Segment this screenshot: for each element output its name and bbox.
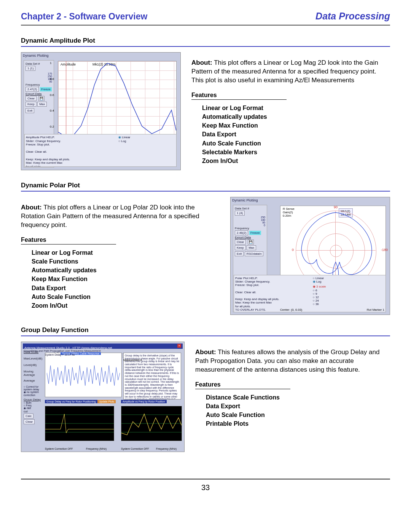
fig3-footer-l: System Correction OFF	[45, 447, 73, 450]
features-heading-1: Features	[191, 92, 287, 100]
fig3-radio1[interactable]: Correct for system delay	[24, 385, 39, 391]
features-heading-3: Features	[195, 381, 290, 389]
fig1-help-area: Amplitude Plot HELP. Slider: Change freq…	[24, 134, 177, 167]
fig2-scale-36[interactable]: 36	[315, 302, 319, 306]
fig2-center-val: (0, 0.03)	[291, 308, 302, 312]
fig3-left-panel: Data Scale MaxLevel(dB) Level(dB) Moving…	[24, 350, 43, 449]
fig2-scale-9[interactable]: 9	[315, 292, 317, 296]
figure-group-delay: Antenna Measurement Studio 3.0 - HTTP://…	[21, 342, 185, 452]
fig2-radio-log[interactable]: Log	[316, 280, 321, 283]
fig1-radio-linear[interactable]: Linear	[122, 136, 130, 139]
ytick: 0.8	[50, 77, 54, 81]
feature-item: Data Export	[32, 284, 220, 292]
fig1-freq-value[interactable]: 2.47(2)	[25, 87, 39, 92]
fig2-scale-6[interactable]: 6	[315, 289, 317, 292]
fig1-clear-button[interactable]: Clear	[25, 96, 37, 101]
feature-item: Linear or Log Format	[32, 248, 220, 257]
amplitude-about: About: This plot offers a Linear or Log …	[191, 59, 390, 85]
fig3-footer-r: System Correction OFF	[121, 447, 149, 450]
fig1-plot-area: Amplitude Mk1(2) 25.93m 1 0.8 0.6 0.4 0.…	[58, 61, 177, 145]
fig3-titlebar: Antenna Measurement Studio 3.0 - HTTP://…	[23, 343, 183, 349]
fig3-movavg: Moving Average	[24, 370, 43, 377]
fig2-scale-12[interactable]: 12	[315, 296, 319, 299]
fig3-plot-c	[121, 406, 182, 441]
subheading-amplitude: Dynamic Amplitude Plot	[21, 37, 390, 47]
fig1-dataset-value[interactable]: 1 (1)	[25, 66, 35, 71]
fig1-window-title: Dynamic Plotting	[23, 54, 49, 58]
fig2-gainval: 0.20m	[283, 214, 295, 217]
fig1-help-text: Amplitude Plot HELP. Slider: Change freq…	[26, 136, 112, 167]
fig1-radio-log[interactable]: Log	[121, 139, 126, 143]
features-list-2: Linear or Log Format Scale Functions Aut…	[21, 248, 220, 310]
fig3-radio-freq[interactable]: Freq	[26, 404, 31, 407]
close-icon[interactable]: ×	[177, 344, 181, 348]
fig2-help-area: Polar Plot HELP. Slider: Change frequenc…	[234, 275, 386, 312]
feature-item: Data Export	[202, 130, 390, 139]
about-text: This plot offers a Linear or Log Polar 2…	[21, 204, 199, 228]
fig1-freq-label: Frequency	[25, 83, 52, 86]
feature-item: Selectable Markers	[202, 148, 390, 157]
fig3-update-button[interactable]: Update Plots	[97, 400, 116, 403]
ytick: 1	[50, 61, 54, 65]
fig2-tick: 180	[235, 219, 265, 221]
fig3-plotc-title: Amplitude vs Freq by Rotor Position	[121, 400, 167, 403]
feature-item: Scale Functions	[32, 257, 220, 266]
angle-0: 0	[292, 248, 294, 252]
section-title: Data Processing	[315, 11, 390, 22]
fig2-save-icon[interactable]: 💾	[248, 240, 254, 244]
fig2-dataset-label: Data Set #	[235, 207, 265, 210]
feature-item: Data Export	[206, 402, 390, 411]
fig2-freeze-button[interactable]: Freeze	[249, 231, 261, 235]
feature-item: Auto Scale Function	[206, 411, 390, 419]
fig3-cut: cut	[24, 410, 43, 413]
feature-item: Keep Max Function	[32, 275, 220, 283]
fig2-tick: 250	[235, 216, 265, 219]
fig2-window-title: Dynamic Plotting	[232, 198, 258, 202]
fig3-footer-c2: Frequency (MHz)	[156, 447, 177, 450]
about-label: About:	[195, 348, 216, 356]
feature-item: Keep Max Function	[202, 121, 390, 130]
angle-90: 90	[334, 205, 338, 209]
fig2-max-button[interactable]: Max	[247, 245, 256, 250]
feature-item: Zoom In/Out	[202, 157, 390, 165]
fig1-max-button[interactable]: Max	[37, 102, 47, 107]
fig3-radio2[interactable]: no system correction	[24, 391, 39, 396]
fig1-tick: 250	[25, 75, 52, 78]
fig3-radio-both[interactable]: Both	[26, 401, 31, 404]
feature-item: Auto Scale Function	[202, 139, 390, 148]
feature-item: Automatically updates	[202, 112, 390, 121]
fig3-calc-button[interactable]: Calc	[24, 414, 33, 419]
fig2-scale-24[interactable]: 24	[315, 299, 319, 302]
fig1-save-icon[interactable]: 💾	[38, 96, 45, 101]
about-label: About:	[191, 59, 212, 66]
feature-item: Auto Scale Function	[32, 292, 220, 301]
fig1-dataset-label: Data Set #	[25, 62, 52, 66]
fig2-gainlbl: Gain(2)	[283, 211, 295, 214]
fig2-keep-button[interactable]: Keep	[235, 245, 246, 250]
fig3-clear-button[interactable]: Clear	[24, 419, 35, 424]
fig2-tick: 0	[235, 224, 265, 227]
fig2-rotmarker: Rot Marker 1	[367, 308, 384, 312]
fig3-plot-top: Typical 24Mhz Cable Response	[45, 353, 122, 397]
fig3-plotb-title: Group Delay vs Freq for Rotor Positionin…	[45, 400, 97, 403]
fig2-clear-button[interactable]: Clear	[235, 240, 246, 244]
about-label: About:	[21, 204, 42, 211]
fig2-dataset-value[interactable]: 1 (4)	[235, 211, 245, 216]
fig2-rsodatain[interactable]: RSOdataIn	[245, 251, 264, 256]
features-list-3: Distance Scale Functions Data Export Aut…	[195, 393, 390, 428]
fig2-scale-3[interactable]: 3 scale	[316, 285, 326, 288]
fig1-keep-button[interactable]: Keep	[25, 102, 37, 107]
fig2-radio-linear[interactable]: Linear	[315, 276, 324, 280]
page-header: Chapter 2 - Software Overview Data Proce…	[21, 11, 390, 26]
fig1-exit-button[interactable]: Exit	[25, 108, 34, 113]
fig3-gd-lbl: Group Delay	[24, 398, 43, 401]
subheading-polar: Dynamic Polar Plot	[21, 182, 390, 192]
fig2-freq-value[interactable]: 2.48(2)	[235, 230, 248, 235]
fig2-exit-button[interactable]: Exit	[235, 251, 244, 256]
fig3-radio-dalt[interactable]: dalt	[27, 407, 31, 409]
fig2-freq-label: Frequency	[235, 227, 265, 230]
feature-item: Distance Scale Functions	[206, 393, 390, 402]
fig2-center-lbl: Center:	[280, 308, 290, 312]
groupdelay-about: About: This features allows the analysis…	[195, 348, 390, 374]
feature-item: Printable Plots	[206, 419, 390, 428]
